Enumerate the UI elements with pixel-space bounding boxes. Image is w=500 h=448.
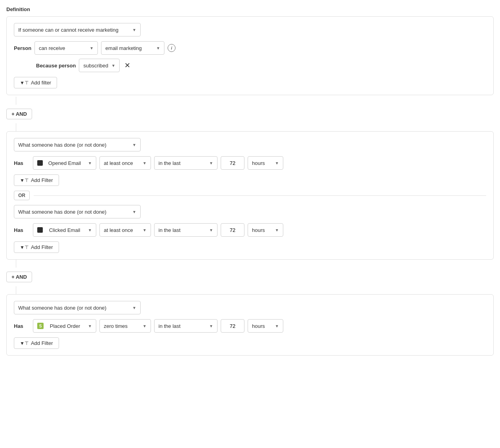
filter-icon-3: ▼⊤: [20, 245, 29, 250]
add-filter-label-2: Add Filter: [31, 177, 53, 183]
time-select-2[interactable]: in the last ▼: [154, 156, 218, 170]
can-receive-label: can receive: [39, 45, 65, 51]
freq-label-2: at least once: [104, 160, 133, 166]
chevron-down-icon-18: ▼: [209, 324, 213, 328]
unit-label-2: hours: [252, 160, 265, 166]
event-select-4[interactable]: S Placed Order ▼: [33, 319, 96, 333]
add-filter-button-4[interactable]: ▼⊤ Add Filter: [14, 337, 59, 349]
time-label-4: in the last: [158, 323, 181, 329]
condition-type-label-1: If someone can or cannot receive marketi…: [18, 27, 118, 33]
person-label: Person: [14, 45, 31, 51]
filter-icon-1: ▼⊤: [20, 80, 29, 86]
unit-select-3[interactable]: hours ▼: [248, 223, 283, 237]
or-connector: OR: [14, 191, 486, 200]
svg-text:S: S: [39, 324, 42, 328]
marketing-type-select[interactable]: email marketing ▼: [101, 41, 164, 55]
chevron-down-icon-8: ▼: [209, 161, 213, 165]
can-receive-select[interactable]: can receive ▼: [34, 41, 98, 55]
event-label-4: Placed Order: [50, 323, 80, 329]
unit-select-4[interactable]: hours ▼: [248, 319, 283, 333]
subscribed-select[interactable]: subscribed ▼: [79, 59, 120, 72]
marketing-type-label: email marketing: [105, 45, 142, 51]
has-label-2: Has: [14, 160, 30, 166]
unit-select-2[interactable]: hours ▼: [248, 156, 283, 170]
and-connector-2: + AND: [6, 272, 32, 282]
add-filter-label-4: Add Filter: [31, 340, 53, 346]
condition-type-select-2[interactable]: What someone has done (or not done) ▼: [14, 138, 141, 151]
chevron-down-icon-1: ▼: [132, 28, 136, 32]
event-select-2[interactable]: Opened Email ▼: [33, 156, 96, 170]
freq-label-3: at least once: [104, 227, 133, 233]
freq-label-4: zero times: [104, 323, 128, 329]
time-select-3[interactable]: in the last ▼: [154, 223, 218, 237]
time-value-input-3[interactable]: [221, 223, 244, 237]
event-label-3: Clicked Email: [49, 227, 80, 233]
chevron-down-icon-5: ▼: [132, 143, 136, 147]
has-label-3: Has: [14, 227, 30, 233]
chevron-down-icon-12: ▼: [143, 228, 147, 232]
condition-block-1: If someone can or cannot receive marketi…: [6, 16, 494, 95]
chevron-down-icon-3: ▼: [156, 46, 160, 50]
or-button[interactable]: OR: [14, 191, 30, 200]
section-title: Definition: [6, 6, 494, 12]
add-filter-label-1: Add filter: [31, 80, 51, 86]
add-filter-button-3[interactable]: ▼⊤ Add Filter: [14, 241, 59, 253]
add-filter-label-3: Add Filter: [31, 244, 53, 250]
time-value-input-2[interactable]: [221, 156, 244, 170]
chevron-down-icon-10: ▼: [132, 210, 136, 214]
chevron-down-icon-2: ▼: [90, 46, 94, 50]
time-label-2: in the last: [158, 160, 181, 166]
chevron-down-icon-7: ▼: [143, 161, 147, 165]
shopify-icon: S: [37, 323, 45, 329]
condition-type-label-2: What someone has done (or not done): [18, 142, 107, 148]
condition-type-select-4[interactable]: What someone has done (or not done) ▼: [14, 301, 141, 314]
event-label-2: Opened Email: [48, 160, 81, 166]
chevron-down-icon-6: ▼: [88, 161, 92, 165]
chevron-down-icon-15: ▼: [132, 306, 136, 310]
remove-because-button[interactable]: ✕: [123, 61, 132, 70]
condition-type-label-4: What someone has done (or not done): [18, 305, 107, 311]
freq-select-4[interactable]: zero times ▼: [99, 319, 151, 333]
and-button-1[interactable]: + AND: [6, 109, 32, 119]
unit-label-3: hours: [252, 227, 265, 233]
time-value-input-4[interactable]: [221, 319, 244, 333]
condition-block-3: What someone has done (or not done) ▼ Ha…: [6, 294, 494, 356]
event-select-3[interactable]: Clicked Email ▼: [33, 223, 96, 237]
has-label-4: Has: [14, 323, 30, 329]
time-select-4[interactable]: in the last ▼: [154, 319, 218, 333]
because-label: Because person: [36, 63, 76, 69]
condition-type-select-3[interactable]: What someone has done (or not done) ▼: [14, 205, 141, 218]
chevron-down-icon-11: ▼: [88, 228, 92, 232]
chevron-down-icon-9: ▼: [275, 161, 279, 165]
freq-select-3[interactable]: at least once ▼: [99, 223, 151, 237]
event-icon-1: [37, 160, 43, 166]
chevron-down-icon-16: ▼: [88, 324, 92, 328]
chevron-down-icon-19: ▼: [275, 324, 279, 328]
filter-icon-4: ▼⊤: [20, 341, 29, 346]
time-label-3: in the last: [158, 227, 181, 233]
and-button-2[interactable]: + AND: [6, 272, 32, 282]
chevron-down-icon-14: ▼: [275, 228, 279, 232]
unit-label-4: hours: [252, 323, 265, 329]
subscribed-label: subscribed: [83, 63, 108, 69]
info-icon[interactable]: i: [168, 44, 176, 52]
or-line: [34, 195, 486, 196]
and-connector-1: + AND: [6, 109, 32, 119]
chevron-down-icon-4: ▼: [111, 63, 115, 68]
add-filter-button-2[interactable]: ▼⊤ Add Filter: [14, 174, 59, 186]
freq-select-2[interactable]: at least once ▼: [99, 156, 151, 170]
condition-type-label-3: What someone has done (or not done): [18, 209, 107, 215]
condition-type-select-1[interactable]: If someone can or cannot receive marketi…: [14, 23, 141, 36]
filter-icon-2: ▼⊤: [20, 178, 29, 183]
chevron-down-icon-13: ▼: [209, 228, 213, 232]
event-icon-2: [37, 227, 43, 233]
add-filter-button-1[interactable]: ▼⊤ Add filter: [14, 77, 57, 88]
condition-block-2: What someone has done (or not done) ▼ Ha…: [6, 131, 494, 260]
chevron-down-icon-17: ▼: [143, 324, 147, 328]
